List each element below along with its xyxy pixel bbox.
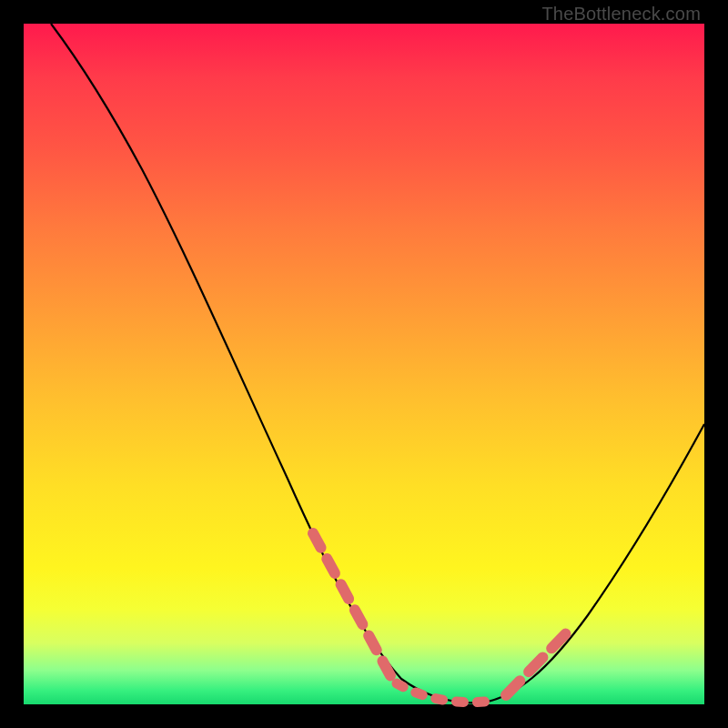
chart-frame: TheBottleneck.com — [0, 0, 728, 728]
attribution-text: TheBottleneck.com — [541, 4, 701, 25]
right-dash-overlay — [506, 632, 568, 695]
left-dash-overlay — [313, 533, 392, 679]
bottleneck-curve-svg — [24, 24, 704, 704]
bottleneck-curve-path — [51, 24, 704, 703]
